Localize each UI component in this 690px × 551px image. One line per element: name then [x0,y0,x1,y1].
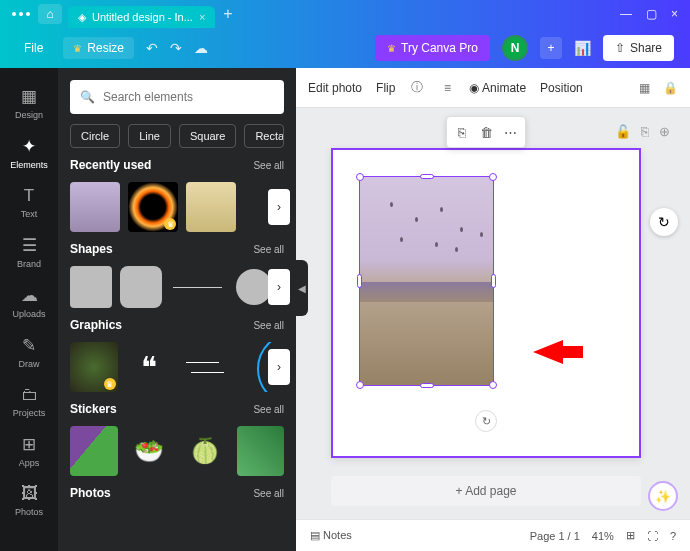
crown-icon: ♛ [73,43,82,54]
scroll-right-button[interactable]: › [268,349,290,385]
user-avatar[interactable]: N [502,35,528,61]
menu-dots-icon[interactable] [12,12,30,16]
zoom-level[interactable]: 41% [592,530,614,542]
scroll-right-button[interactable]: › [268,189,290,225]
graphic-lines[interactable] [181,342,229,392]
see-all-link[interactable]: See all [253,488,284,499]
see-all-link[interactable]: See all [253,244,284,255]
shape-rounded-square[interactable] [120,266,162,308]
recent-thumb-1[interactable] [70,182,120,232]
sticker-2[interactable] [126,426,174,476]
try-pro-button[interactable]: ♛Try Canva Pro [375,35,490,61]
redo-button[interactable]: ↷ [170,40,182,56]
duplicate-page-icon[interactable]: ⎘ [641,124,649,139]
recent-thumb-2[interactable]: ♛ [128,182,178,232]
resize-handle[interactable] [420,174,434,179]
add-member-button[interactable]: + [540,37,562,59]
see-all-link[interactable]: See all [253,160,284,171]
position-button[interactable]: Position [540,81,583,95]
search-box[interactable]: 🔍 [70,80,284,114]
resize-handle[interactable] [489,173,497,181]
lock-icon[interactable]: 🔒 [662,80,678,96]
edit-photo-button[interactable]: Edit photo [308,81,362,95]
resize-handle[interactable] [356,381,364,389]
nav-apps[interactable]: ⊞Apps [0,426,58,476]
section-stickers: Stickers [70,402,117,416]
magic-button[interactable]: ✨ [648,481,678,511]
analytics-icon[interactable]: 📊 [574,40,591,56]
nav-elements[interactable]: ✦Elements [0,128,58,178]
design-canvas[interactable]: ⎘ 🗑 ⋯ ↻ [331,148,641,458]
duplicate-button[interactable]: ⎘ [451,121,473,143]
shape-square[interactable] [70,266,112,308]
crown-icon: ♛ [387,43,396,54]
transparency-icon[interactable]: ▦ [636,80,652,96]
rotate-handle[interactable]: ↻ [475,410,497,432]
sticker-4[interactable] [237,426,285,476]
tab-title: Untitled design - In... [92,11,193,23]
chip-rectangle[interactable]: Rectang [244,124,284,148]
nav-design[interactable]: ▦Design [0,78,58,128]
nav-brand[interactable]: ☰Brand [0,227,58,277]
help-icon[interactable]: ? [670,530,676,542]
animate-button[interactable]: ◉ Animate [469,81,526,95]
nav-photos[interactable]: 🖼Photos [0,476,58,525]
more-options-button[interactable]: ⋯ [499,121,521,143]
see-all-link[interactable]: See all [253,320,284,331]
refresh-button[interactable]: ↻ [650,208,678,236]
nav-text[interactable]: TText [0,178,58,227]
share-button[interactable]: ⇧Share [603,35,674,61]
apps-icon: ⊞ [22,434,36,455]
see-all-link[interactable]: See all [253,404,284,415]
add-page-icon[interactable]: ⊕ [659,124,670,139]
sticker-3[interactable] [181,426,229,476]
graphic-quote[interactable] [126,342,174,392]
nav-projects[interactable]: 🗀Projects [0,377,58,426]
delete-button[interactable]: 🗑 [475,121,497,143]
chip-line[interactable]: Line [128,124,171,148]
resize-handle[interactable] [357,274,362,288]
animate-icon: ◉ [469,81,479,95]
flip-button[interactable]: Flip [376,81,395,95]
undo-button[interactable]: ↶ [146,40,158,56]
resize-handle[interactable] [489,381,497,389]
resize-button[interactable]: ♛Resize [63,37,134,59]
unlock-page-icon[interactable]: 🔓 [615,124,631,139]
search-input[interactable] [103,90,274,104]
new-tab-button[interactable]: + [223,5,232,23]
pro-badge-icon: ♛ [104,378,116,390]
resize-handle[interactable] [491,274,496,288]
resize-handle[interactable] [356,173,364,181]
graphic-gradient[interactable]: ♛ [70,342,118,392]
collapse-panel-button[interactable]: ◀ [296,260,308,316]
selected-photo-element[interactable] [359,176,494,386]
info-icon[interactable]: ⓘ [409,80,425,96]
sticker-1[interactable] [70,426,118,476]
fullscreen-icon[interactable]: ⛶ [647,530,658,542]
footer-bar: ▤ Notes Page 1 / 1 41% ⊞ ⛶ ? [296,519,690,551]
main-toolbar: File ♛Resize ↶ ↷ ☁ ♛Try Canva Pro N + 📊 … [0,28,690,68]
pro-badge-icon: ♛ [164,218,176,230]
scroll-right-button[interactable]: › [268,269,290,305]
design-icon: ▦ [21,86,37,107]
page-indicator[interactable]: Page 1 / 1 [530,530,580,542]
maximize-button[interactable]: ▢ [646,7,657,21]
notes-button[interactable]: ▤ Notes [310,529,352,542]
chip-circle[interactable]: Circle [70,124,120,148]
add-page-button[interactable]: + Add page [331,476,641,506]
nav-uploads[interactable]: ☁Uploads [0,277,58,327]
shape-line[interactable] [170,266,225,308]
nav-draw[interactable]: ✎Draw [0,327,58,377]
recent-thumb-3[interactable] [186,182,236,232]
cloud-sync-icon[interactable]: ☁ [194,40,208,56]
grid-view-icon[interactable]: ⊞ [626,529,635,542]
close-window-button[interactable]: × [671,7,678,21]
chip-square[interactable]: Square [179,124,236,148]
file-menu[interactable]: File [16,37,51,59]
minimize-button[interactable]: — [620,7,632,21]
tab-close-button[interactable]: × [199,11,205,23]
align-icon[interactable]: ≡ [439,80,455,96]
document-tab[interactable]: ◈ Untitled design - In... × [68,6,215,28]
home-button[interactable]: ⌂ [38,4,62,24]
resize-handle[interactable] [420,383,434,388]
